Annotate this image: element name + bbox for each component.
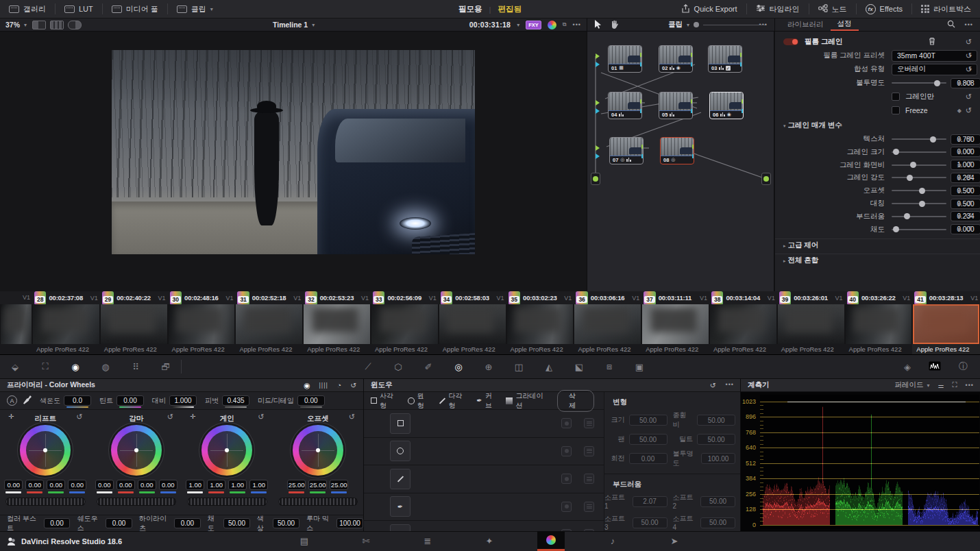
param-slider[interactable]	[892, 216, 946, 217]
white-balance-picker-icon[interactable]	[23, 395, 32, 406]
reset-icon[interactable]: ↺	[966, 160, 972, 169]
delete-window-button[interactable]: 삭제	[557, 390, 594, 412]
wheel-channel-value[interactable]: 0.00	[95, 480, 114, 490]
reset-icon[interactable]: ↺	[966, 186, 972, 195]
magic-mask-icon[interactable]: ◫	[504, 362, 534, 372]
wheel-channel-value[interactable]: 0.00	[159, 480, 177, 490]
wheel-control[interactable]	[293, 425, 343, 476]
reset-composite-icon[interactable]: ↺	[966, 65, 972, 74]
keyframe-icon[interactable]: ◆	[957, 162, 961, 168]
wheel-master-slider[interactable]	[187, 498, 267, 506]
adjustment-value[interactable]: 0.435	[222, 395, 249, 406]
adjustment-value[interactable]: 0.0	[64, 395, 91, 406]
timeline-clip-28[interactable]: 2800:02:37:08V1Apple ProRes 422	[32, 291, 100, 354]
page-edit-button[interactable]: ≣	[414, 531, 441, 551]
info-icon[interactable]: ⓘ	[959, 360, 968, 373]
timeline-clip-39[interactable]: 3900:03:26:01V1Apple ProRes 422	[777, 291, 845, 354]
reset-icon[interactable]: ↺	[966, 199, 972, 208]
search-icon[interactable]	[947, 20, 955, 29]
color-wheels-icon[interactable]: ◉	[60, 362, 90, 372]
param-slider[interactable]	[892, 203, 946, 204]
wheel-channel-value[interactable]: 25.00	[330, 480, 348, 490]
adjustment-value[interactable]: 1.000	[169, 395, 197, 406]
stabilizer-icon[interactable]: 🗗	[151, 362, 181, 372]
node-key-output-port[interactable]	[740, 62, 742, 66]
corrector-node-04[interactable]: 04	[608, 92, 642, 119]
threed-icon[interactable]: ▣	[624, 362, 654, 372]
footer-value[interactable]: 0.00	[44, 518, 71, 528]
scope-expand-icon[interactable]: ⛶	[953, 381, 957, 389]
delete-effect-icon[interactable]	[929, 37, 935, 47]
timeline-clip-36[interactable]: 3600:03:06:16V1Apple ProRes 422	[574, 291, 641, 354]
opacity-keyframe-icon[interactable]: ◆	[957, 80, 961, 86]
wheel-channel-value[interactable]: 1.00	[228, 480, 247, 490]
reset-icon[interactable]: ↺	[966, 93, 972, 101]
page-deliver-button[interactable]: ➤	[661, 531, 688, 551]
window-row-polygon[interactable]	[364, 465, 604, 493]
tab-settings[interactable]: 설정	[831, 19, 859, 31]
node-cursor-tool-icon[interactable]	[594, 20, 602, 30]
corrector-node-08[interactable]: 08◎	[660, 137, 694, 164]
timeline-clip-41[interactable]: 4100:03:28:13V1Apple ProRes 422	[912, 291, 980, 354]
footer-value[interactable]: 50.00	[223, 518, 250, 528]
window-mask-toggle[interactable]	[584, 446, 594, 456]
topbar-button-lightbox[interactable]: 라이트박스	[912, 0, 980, 18]
window-tool-circle[interactable]: 원형	[408, 391, 431, 411]
window-row-circle[interactable]	[364, 438, 604, 466]
tracker-icon[interactable]: ⊕	[474, 362, 504, 372]
topbar-button-nodes[interactable]: 노드	[809, 0, 856, 18]
viewer-zoom-select[interactable]: 37%▾	[0, 19, 32, 31]
partial-clip[interactable]: V1	[0, 291, 32, 354]
reset-all-icon[interactable]: ↺	[966, 38, 972, 47]
corrector-node-02[interactable]: 02◉	[659, 45, 693, 73]
node-output-port[interactable]	[640, 99, 642, 103]
settings-options-icon[interactable]: •••	[965, 21, 973, 28]
hdr-wheels-icon[interactable]: ◍	[90, 362, 121, 372]
timeline-clip-33[interactable]: 3300:02:56:09V1Apple ProRes 422	[371, 291, 439, 354]
window-tool-polygon[interactable]: 다각형	[439, 391, 469, 411]
page-fairlight-button[interactable]: ♪	[599, 531, 626, 551]
reset-primaries-icon[interactable]: ↺	[350, 381, 356, 389]
reset-window-icon[interactable]: ↺	[710, 381, 716, 389]
param-slider[interactable]	[892, 151, 946, 153]
node-zoom-knob[interactable]	[694, 22, 699, 27]
topbar-button-fx[interactable]: fxEffects	[857, 0, 911, 18]
reset-icon[interactable]: ↺	[966, 135, 972, 144]
window-row-gradient[interactable]	[364, 521, 604, 531]
viewer-options-icon[interactable]: •••	[573, 21, 581, 28]
auto-balance-icon[interactable]: A	[7, 395, 17, 406]
corrector-node-03[interactable]: 03✓	[708, 45, 742, 73]
keyframe-icon[interactable]: ◆	[957, 226, 961, 232]
wheel-channel-value[interactable]: 0.00	[47, 480, 65, 490]
split-grade-icon[interactable]: ⧉	[563, 21, 567, 28]
timeline-clip-32[interactable]: 3200:02:53:23V1Apple ProRes 422	[303, 291, 371, 354]
param-slider[interactable]	[892, 138, 946, 140]
resolve-fx-sizing-icon[interactable]: ⧈	[594, 361, 624, 372]
film-grain-enable-toggle[interactable]	[783, 38, 798, 45]
keyframe-icon[interactable]: ◆	[957, 175, 961, 181]
page-cut-button[interactable]: ✄	[352, 531, 380, 551]
topbar-button-clip[interactable]: 클립▾	[168, 0, 222, 18]
keyframe-icon[interactable]: ◆	[957, 149, 961, 155]
timeline-clip-29[interactable]: 2900:02:40:22V1Apple ProRes 422	[100, 291, 168, 354]
timecode-dropdown-icon[interactable]: ▾	[517, 22, 519, 28]
page-color-button[interactable]	[537, 531, 565, 551]
keyframe-icon[interactable]: ◆	[957, 136, 961, 143]
color-match-icon[interactable]: ⠿	[121, 362, 151, 372]
checkbox-grain-only[interactable]	[892, 93, 900, 101]
opacity-slider[interactable]	[892, 82, 946, 84]
compare-wipe-icon[interactable]	[68, 21, 82, 29]
wheel-control[interactable]	[111, 425, 162, 476]
window-active-toggle[interactable]	[561, 502, 572, 512]
topbar-button-gallery[interactable]: 갤러리	[0, 0, 55, 18]
node-output-port[interactable]	[640, 53, 642, 57]
wheel-channel-value[interactable]: 0.00	[4, 480, 23, 490]
node-output-port[interactable]	[740, 53, 742, 57]
layers-icon[interactable]: ◈	[904, 362, 911, 372]
scope-mode-select[interactable]: 퍼레이드▾	[895, 380, 930, 390]
wheel-channel-value[interactable]: 1.00	[186, 480, 204, 490]
keyframe-icon[interactable]: ◆	[957, 108, 961, 114]
node-output-port[interactable]	[691, 99, 693, 103]
camera-raw-icon[interactable]: ⬙	[0, 362, 30, 372]
param-slider[interactable]	[892, 164, 946, 166]
